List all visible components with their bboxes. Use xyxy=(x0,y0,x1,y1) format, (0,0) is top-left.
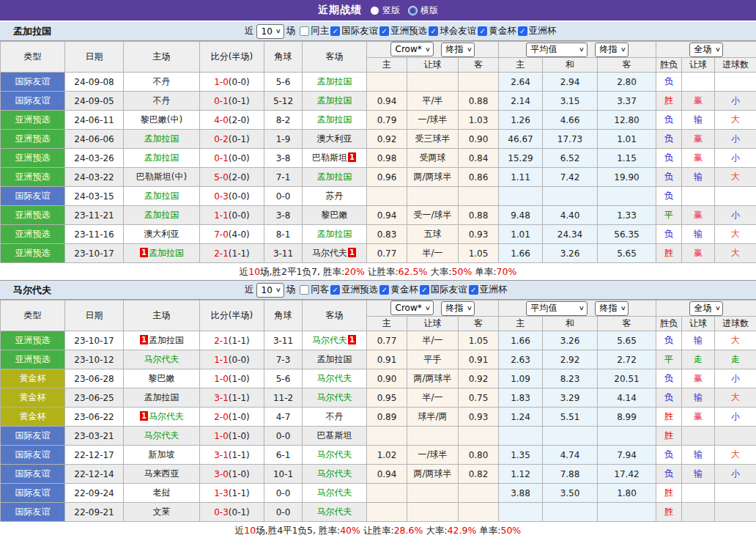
avg-away-odds: 56.35 xyxy=(598,225,656,244)
home-team-cell: 新加坡 xyxy=(124,446,200,465)
chevron-down-icon: ∨ xyxy=(425,46,431,53)
radio-unselected-icon[interactable] xyxy=(409,7,417,15)
layout-radio-vertical[interactable]: 竖版 xyxy=(371,4,400,17)
date-cell: 23-10-17 xyxy=(65,331,124,350)
match-type-cell: 黄金杯 xyxy=(1,408,65,427)
odds-source-select[interactable]: Crow*∨ xyxy=(390,301,434,315)
odds-index-select[interactable]: 终指∨ xyxy=(441,43,475,57)
corners-cell: 3-8 xyxy=(264,149,303,168)
avg-home-odds: 15.29 xyxy=(499,149,543,168)
sub-col-header: 让球 xyxy=(682,317,715,331)
checkbox-checked[interactable]: ✓ xyxy=(420,285,429,295)
checkbox-checked[interactable]: ✓ xyxy=(379,26,389,36)
score-cell: 2-0(1-0) xyxy=(200,408,264,427)
handicap-away-odds xyxy=(459,503,499,522)
odds-source-select[interactable]: Crow*∨ xyxy=(390,42,434,56)
date-cell: 22-12-17 xyxy=(65,446,124,465)
scope-select[interactable]: 全场∨ xyxy=(689,301,724,316)
halftime-score: (0-0) xyxy=(229,210,250,221)
result-wdl: 负 xyxy=(656,369,682,388)
fulltime-score: 0-2 xyxy=(214,134,229,144)
summary-text: 42.9% xyxy=(448,525,477,536)
sub-col-header: 进球数 xyxy=(715,58,756,73)
handicap-away-odds: 0.82 xyxy=(459,465,499,484)
match-type-cell: 亚洲预选 xyxy=(1,244,65,263)
result-wdl: 负 xyxy=(656,187,682,206)
checkbox-checked[interactable]: ✓ xyxy=(429,26,438,36)
score-cell: 2-1(1-1) xyxy=(200,244,264,263)
layout-radio-horizontal[interactable]: 横版 xyxy=(409,4,438,17)
checkbox-unchecked[interactable] xyxy=(300,285,309,295)
table-row: 亚洲预选23-10-12马尔代夫1-1(0-0)7-3孟加拉国0.91平手0.9… xyxy=(1,350,756,369)
halftime-score: (4-0) xyxy=(229,229,250,240)
summary-text: 70% xyxy=(496,266,516,277)
score-cell: 5-0(2-0) xyxy=(200,168,264,187)
chevron-down-icon: ∨ xyxy=(425,305,431,312)
result-goals xyxy=(715,187,756,206)
avg-source-select[interactable]: 平均值∨ xyxy=(526,301,588,316)
summary-text: 单率: xyxy=(476,525,500,536)
away-team-cell: 巴勒斯坦1 xyxy=(303,149,367,168)
radio-selected-icon[interactable] xyxy=(371,7,379,15)
checkbox-unchecked[interactable] xyxy=(300,26,309,36)
avg-away-odds: 12.80 xyxy=(598,111,656,130)
handicap-line: 平/半 xyxy=(407,92,459,111)
checkbox-checked[interactable]: ✓ xyxy=(478,26,487,36)
corners-cell: 4-7 xyxy=(264,408,303,427)
score-cell: 1-1(0-0) xyxy=(200,206,264,225)
halftime-score: (0-0) xyxy=(229,191,250,202)
checkbox-checked[interactable]: ✓ xyxy=(330,285,340,295)
table-row: 亚洲预选23-11-16澳大利亚7-0(4-0)8-1孟加拉国0.83五球0.9… xyxy=(1,225,756,244)
team-name-text: 不丹 xyxy=(153,76,171,86)
handicap-away-odds: 0.75 xyxy=(459,388,499,408)
avg-draw-odds xyxy=(543,427,598,446)
avg-index-select[interactable]: 终指∨ xyxy=(595,301,629,316)
corners-cell: 11-2 xyxy=(264,388,303,408)
avg-index-select[interactable]: 终指∨ xyxy=(595,43,629,57)
filter-bar: 近10∨场同客✓亚洲预选✓黄金杯✓国际友谊✓亚洲杯 xyxy=(245,283,507,298)
home-team-cell: 孟加拉国 xyxy=(124,206,200,225)
col-header: 类型 xyxy=(1,42,65,73)
corners-cell: 5-6 xyxy=(264,369,303,388)
checkbox-checked[interactable]: ✓ xyxy=(518,26,527,36)
checkbox-checked[interactable]: ✓ xyxy=(469,285,478,295)
odds-index-select[interactable]: 终指∨ xyxy=(441,301,475,316)
checkbox-checked[interactable]: ✓ xyxy=(330,26,340,36)
home-team-cell: 巴勒斯坦(中) xyxy=(124,168,200,187)
recent-count-select[interactable]: 10∨ xyxy=(256,24,284,39)
date-cell: 23-11-16 xyxy=(65,225,124,244)
handicap-away-odds: 1.05 xyxy=(459,244,499,263)
handicap-home-odds: 1.02 xyxy=(367,446,407,465)
sub-col-header: 客 xyxy=(459,317,499,331)
score-cell: 0-3(0-0) xyxy=(200,187,264,206)
summary-text: 50% xyxy=(452,266,472,277)
avg-away-odds: 1.15 xyxy=(598,149,656,168)
sub-col-header: 胜负 xyxy=(656,58,682,73)
result-wdl: 负 xyxy=(656,111,682,130)
scope-select[interactable]: 全场∨ xyxy=(689,43,724,57)
handicap-line: 受两球 xyxy=(407,149,459,168)
summary-row: 近10场,胜4平1负5, 胜率:40% 让胜率:28.6% 大率:42.9% 单… xyxy=(0,522,756,538)
avg-home-odds: 1.26 xyxy=(499,111,543,130)
corners-cell: 3-11 xyxy=(264,331,303,350)
result-handicap: 赢 xyxy=(682,369,715,388)
result-wdl: 胜 xyxy=(656,92,682,111)
avg-away-odds: 4.14 xyxy=(598,388,656,408)
summary-text: 大率: xyxy=(427,266,451,277)
summary-text: 10 xyxy=(248,266,260,277)
recent-count-select[interactable]: 10∨ xyxy=(256,283,284,298)
avg-source-select[interactable]: 平均值∨ xyxy=(526,43,588,57)
avg-draw-odds: 7.88 xyxy=(543,465,598,484)
handicap-home-odds: 0.94 xyxy=(367,92,407,111)
summary-text: 28.6% xyxy=(394,525,423,536)
checkbox-checked[interactable]: ✓ xyxy=(379,285,389,295)
result-wdl: 负 xyxy=(656,388,682,408)
date-cell: 23-10-12 xyxy=(65,350,124,369)
avg-home-odds xyxy=(499,503,543,522)
fulltime-score: 4-0 xyxy=(214,115,229,125)
avg-draw-odds: 3.50 xyxy=(543,484,598,503)
team-name-text: 澳大利亚 xyxy=(144,229,179,239)
away-team-cell: 孟加拉国 xyxy=(303,73,367,92)
away-team-cell: 孟加拉国 xyxy=(303,350,367,369)
col-header: 比分(半场) xyxy=(200,301,264,331)
